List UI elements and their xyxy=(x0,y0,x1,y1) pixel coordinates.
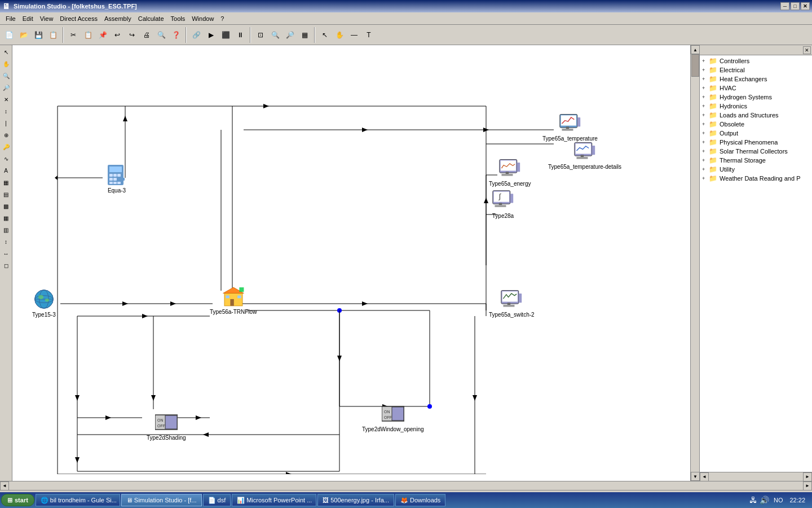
component-type65a-temp-details[interactable]: Type65a_temperature-details xyxy=(548,140,621,170)
tree-item-controllers[interactable]: + 📁 Controllers xyxy=(701,56,811,65)
canvas-area[interactable]: Equa-3 Type15-3 xyxy=(12,45,690,481)
tb-pause[interactable]: ⏸ xyxy=(233,28,247,42)
component-type28a[interactable]: ∫ Type28a xyxy=(492,189,514,219)
tb-select[interactable]: ↖ xyxy=(318,28,332,42)
maximize-button[interactable]: □ xyxy=(791,2,800,10)
component-type56a[interactable]: Type56a-TRNFlow xyxy=(210,285,257,315)
tool-x[interactable]: ✕ xyxy=(1,94,12,105)
minimize-button[interactable]: ─ xyxy=(780,2,789,10)
scroll-down-button[interactable]: ▼ xyxy=(691,472,700,481)
menu-file[interactable]: File xyxy=(2,14,19,23)
tree-item-loads-and-structures[interactable]: + 📁 Loads and Structures xyxy=(701,111,811,120)
scroll-up-button[interactable]: ▲ xyxy=(691,45,700,54)
menu-help[interactable]: ? xyxy=(217,14,227,23)
menu-window[interactable]: Window xyxy=(188,14,217,23)
tb-run[interactable]: ▶ xyxy=(204,28,218,42)
tb-paste[interactable]: 📌 xyxy=(96,28,109,42)
tree-item-thermal-storage[interactable]: + 📁 Thermal Storage xyxy=(701,156,811,165)
tool-fliph[interactable]: ↔ xyxy=(1,248,12,259)
tree-item-obsolete[interactable]: + 📁 Obsolete xyxy=(701,120,811,129)
taskbar-item-powerpoint[interactable]: 📊 Microsoft PowerPoint ... xyxy=(232,494,316,506)
tb-open[interactable]: 📂 xyxy=(17,28,30,42)
tb-zoom-in[interactable]: 🔍 xyxy=(268,28,282,42)
tb-redo[interactable]: ↪ xyxy=(125,28,139,42)
tb-grid[interactable]: ▦ xyxy=(298,28,311,42)
start-button[interactable]: ⊞ start xyxy=(1,494,34,506)
tree-item-electrical[interactable]: + 📁 Electrical xyxy=(701,65,811,75)
tool-line[interactable]: | xyxy=(1,117,12,129)
tb-cut[interactable]: ✂ xyxy=(67,28,80,42)
panel-scroll-left[interactable]: ◄ xyxy=(700,472,709,481)
tool-zoom-in[interactable]: 🔍 xyxy=(1,70,12,81)
tool-hand[interactable]: ✋ xyxy=(1,58,12,69)
menu-tools[interactable]: Tools xyxy=(167,14,189,23)
tb-wire[interactable]: — xyxy=(347,28,361,42)
tree-item-hvac[interactable]: + 📁 HVAC xyxy=(701,84,811,93)
component-type65a-temp[interactable]: Type65a_temperature xyxy=(542,112,598,142)
tree-item-physical-phenomena[interactable]: + 📁 Physical Phenomena xyxy=(701,138,811,147)
menu-calculate[interactable]: Calculate xyxy=(135,14,167,23)
component-type2dshading[interactable]: ON OFF Type2dShading xyxy=(147,411,186,441)
horizontal-scrollbar[interactable]: ◄ ► xyxy=(0,481,812,490)
taskbar-item-dsf[interactable]: 📄 dsf xyxy=(203,494,231,506)
panel-scrollbar[interactable]: ◄ ► xyxy=(700,472,812,481)
tool-grid4[interactable]: ▦ xyxy=(1,212,12,224)
panel-scroll-right[interactable]: ► xyxy=(803,472,812,481)
tree-item-weather-data-reading[interactable]: + 📁 Weather Data Reading and P xyxy=(701,174,811,183)
tb-save[interactable]: 💾 xyxy=(32,28,45,42)
tree-item-solar-thermal-collec[interactable]: + 📁 Solar Thermal Collectors xyxy=(701,147,811,156)
tool-key[interactable]: 🔑 xyxy=(1,141,12,152)
tb-text[interactable]: T xyxy=(362,28,376,42)
tool-wave[interactable]: ∿ xyxy=(1,153,12,164)
tb-connect[interactable]: 🔗 xyxy=(189,28,203,42)
tool-grid5[interactable]: ▥ xyxy=(1,224,12,235)
tb-new[interactable]: 📄 xyxy=(2,28,16,42)
menu-assembly[interactable]: Assembly xyxy=(101,14,135,23)
scroll-track[interactable] xyxy=(691,54,699,472)
vertical-scrollbar[interactable]: ▲ ▼ xyxy=(690,45,699,481)
close-button[interactable]: ✕ xyxy=(801,2,810,10)
tool-add[interactable]: ⊕ xyxy=(1,129,12,141)
tool-grid3[interactable]: ▩ xyxy=(1,200,12,212)
tb-print[interactable]: 🖨 xyxy=(140,28,153,42)
component-type2dwindow[interactable]: ON OFF Type2dWindow_opening xyxy=(362,402,424,432)
taskbar-item-simulation[interactable]: 🖥 Simulation Studio - [f... xyxy=(121,494,202,506)
taskbar-item-downloads[interactable]: 🦊 Downloads xyxy=(395,494,445,506)
tool-zoom-out[interactable]: 🔎 xyxy=(1,82,12,93)
tree-item-hydrogen-systems[interactable]: + 📁 Hydrogen Systems xyxy=(701,93,811,102)
component-tree[interactable]: + 📁 Controllers + 📁 Electrical + 📁 Heat … xyxy=(700,55,812,472)
tb-fit[interactable]: ⊡ xyxy=(254,28,267,42)
tool-rect[interactable]: ◻ xyxy=(1,260,12,271)
tree-item-output[interactable]: + 📁 Output xyxy=(701,129,811,138)
tb-print-preview[interactable]: 🔍 xyxy=(155,28,168,42)
component-type65a-switch2[interactable]: Type65a_switch-2 xyxy=(489,288,535,318)
menu-view[interactable]: View xyxy=(37,14,57,23)
horiz-scroll-right[interactable]: ► xyxy=(803,481,812,491)
component-type15-3[interactable]: Type15-3 xyxy=(32,288,56,318)
tool-flipv[interactable]: ↕ xyxy=(1,236,12,247)
tool-grid2[interactable]: ▤ xyxy=(1,189,12,200)
tb-undo[interactable]: ↩ xyxy=(111,28,124,42)
tool-select[interactable]: ↖ xyxy=(1,46,12,58)
component-type65a-energy[interactable]: Type65a_energy xyxy=(489,157,531,187)
tb-help[interactable]: ❓ xyxy=(169,28,183,42)
tb-copy[interactable]: 📋 xyxy=(81,28,95,42)
taskbar-item-browser[interactable]: 🌐 bil trondheim - Gule Si... xyxy=(36,494,120,506)
horiz-scroll-left[interactable]: ◄ xyxy=(0,481,9,491)
menu-direct-access[interactable]: Direct Access xyxy=(56,14,101,23)
tool-text[interactable]: A xyxy=(1,165,12,176)
tree-item-heat-exchangers[interactable]: + 📁 Heat Exchangers xyxy=(701,75,811,84)
component-equa3[interactable]: Equa-3 xyxy=(105,164,128,194)
tb-stop[interactable]: ⬛ xyxy=(219,28,232,42)
tool-resize[interactable]: ↕ xyxy=(1,106,12,117)
menu-edit[interactable]: Edit xyxy=(19,14,37,23)
tree-item-utility[interactable]: + 📁 Utility xyxy=(701,165,811,174)
tree-item-hydronics[interactable]: + 📁 Hydronics xyxy=(701,102,811,111)
tb-save-as[interactable]: 📋 xyxy=(46,28,60,42)
panel-close-button[interactable]: ✕ xyxy=(803,46,811,54)
tool-grid1[interactable]: ▦ xyxy=(1,177,12,188)
scroll-thumb[interactable] xyxy=(691,54,699,77)
taskbar-item-500energy[interactable]: 🖼 500energy.jpg - Irfa... xyxy=(317,494,394,506)
tb-zoom-out[interactable]: 🔎 xyxy=(283,28,297,42)
tb-move[interactable]: ✋ xyxy=(333,28,346,42)
